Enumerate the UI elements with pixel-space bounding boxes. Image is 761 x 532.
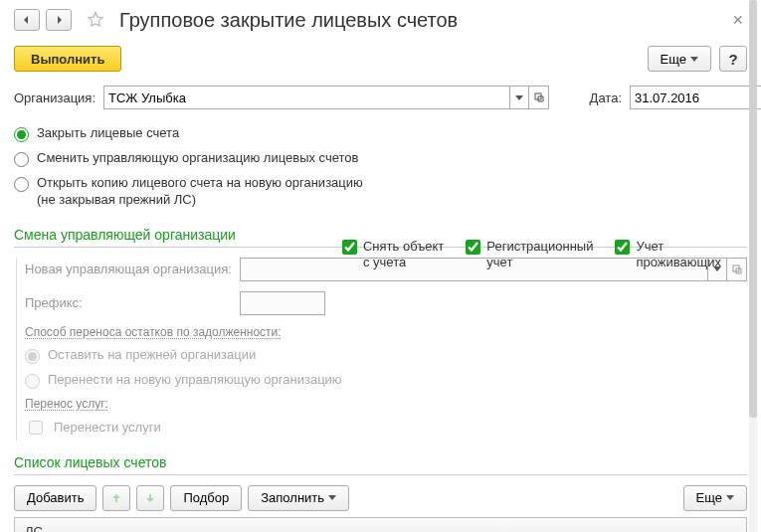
radio-close-accounts-label: Закрыть лицевые счета <box>37 125 179 142</box>
scrollbar-thumb[interactable] <box>749 0 757 418</box>
scrollbar-track[interactable] <box>749 0 757 532</box>
chevron-down-icon <box>328 495 336 500</box>
radio-debt-transfer-label: Перенести на новую управляющую организац… <box>48 372 342 389</box>
open-icon <box>732 265 742 274</box>
date-input[interactable] <box>630 86 761 109</box>
chk-transfer-services-label: Перенести услуги <box>54 420 161 435</box>
radio-copy-account-label: Открыть копию лицевого счета на новую ор… <box>37 175 363 209</box>
page-title: Групповое закрытие лицевых счетов <box>119 9 722 32</box>
radio-copy-account-input[interactable] <box>14 177 29 192</box>
move-down-button[interactable] <box>136 485 164 511</box>
list-more-button-label: Еще <box>696 490 722 505</box>
org-label: Организация: <box>14 90 95 105</box>
radio-close-accounts[interactable]: Закрыть лицевые счета <box>14 121 747 146</box>
org-open-button[interactable] <box>529 86 549 109</box>
radio-debt-keep-input <box>25 349 40 364</box>
chk-reg[interactable]: Регистрационный учет <box>466 239 593 269</box>
nav-back-button[interactable] <box>14 9 40 31</box>
arrow-down-icon <box>145 493 155 503</box>
add-button[interactable]: Добавить <box>14 485 96 511</box>
chk-reg-label: Регистрационный учет <box>486 239 593 269</box>
nav-forward-button[interactable] <box>46 9 72 31</box>
close-icon[interactable]: × <box>728 10 747 31</box>
new-org-label: Новая управляющая организация: <box>25 262 232 276</box>
move-up-button[interactable] <box>102 485 130 511</box>
help-button[interactable]: ? <box>719 46 747 72</box>
chk-residents[interactable]: Учет проживающих <box>615 239 721 269</box>
date-label: Дата: <box>590 90 622 105</box>
favorite-star-icon[interactable] <box>84 8 107 32</box>
radio-copy-account[interactable]: Открыть копию лицевого счета на новую ор… <box>14 171 747 213</box>
service-transfer-heading: Перенос услуг: <box>25 397 747 411</box>
chk-deregister[interactable]: Снять объект с учета <box>342 239 444 269</box>
chk-transfer-services-input <box>29 421 43 435</box>
chk-residents-label: Учет проживающих <box>636 239 721 269</box>
select-button[interactable]: Подбор <box>170 485 242 511</box>
new-org-open-button <box>727 258 747 281</box>
chevron-down-icon <box>690 57 698 62</box>
debt-method-heading: Способ переноса остатков по задолженност… <box>25 325 747 339</box>
arrow-up-icon <box>111 493 121 503</box>
radio-change-org[interactable]: Сменить управляющую организацию лицевых … <box>14 146 747 171</box>
chevron-down-icon <box>515 95 523 100</box>
chk-deregister-label: Снять объект с учета <box>363 239 444 269</box>
radio-close-accounts-input[interactable] <box>14 127 29 142</box>
chk-deregister-input[interactable] <box>342 240 357 255</box>
prefix-label: Префикс: <box>25 295 232 310</box>
open-icon <box>534 92 544 102</box>
org-dropdown-button[interactable] <box>509 86 529 109</box>
radio-debt-keep: Оставить на прежней организации <box>25 343 747 368</box>
fill-button[interactable]: Заполнить <box>248 485 349 511</box>
radio-debt-transfer-input <box>25 374 40 389</box>
section-accounts-list: Список лицевых счетов <box>14 448 747 475</box>
org-input[interactable] <box>103 86 509 109</box>
list-more-button[interactable]: Еще <box>683 485 747 511</box>
more-button[interactable]: Еще <box>648 46 711 72</box>
radio-change-org-label: Сменить управляющую организацию лицевых … <box>37 150 358 167</box>
accounts-table: ЛС 00-000000026, Забродин Леонид Василье… <box>14 517 747 532</box>
chk-transfer-services: Перенести услуги <box>25 415 747 441</box>
radio-change-org-input[interactable] <box>14 152 29 167</box>
chevron-down-icon <box>726 495 734 500</box>
chk-reg-input[interactable] <box>466 240 480 255</box>
prefix-input <box>240 291 325 315</box>
execute-button[interactable]: Выполнить <box>14 46 121 72</box>
chk-residents-input[interactable] <box>615 240 630 255</box>
radio-debt-keep-label: Оставить на прежней организации <box>48 347 256 364</box>
table-header-ls[interactable]: ЛС <box>15 518 746 532</box>
radio-debt-transfer: Перенести на новую управляющую организац… <box>25 368 747 393</box>
more-button-label: Еще <box>661 52 686 67</box>
fill-button-label: Заполнить <box>261 490 324 505</box>
